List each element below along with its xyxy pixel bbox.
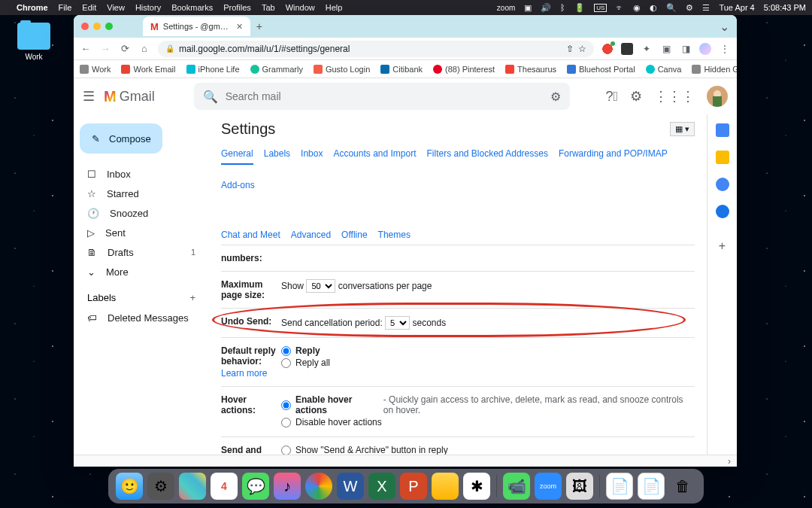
- menu-edit[interactable]: Edit: [82, 3, 96, 12]
- maximize-window[interactable]: [105, 23, 113, 30]
- spotlight-icon[interactable]: 🔍: [666, 3, 677, 13]
- undo-period-select[interactable]: 5: [385, 316, 410, 330]
- nav-inbox[interactable]: ☐Inbox: [74, 164, 209, 184]
- reply-learn-more[interactable]: Learn more: [221, 368, 281, 379]
- dock-zoom[interactable]: zoom: [535, 473, 562, 500]
- dock-facetime[interactable]: 📹: [503, 473, 530, 500]
- dock-slack[interactable]: ✱: [463, 473, 490, 500]
- compose-button[interactable]: ✎ Compose: [80, 123, 162, 154]
- tab-general[interactable]: General: [221, 144, 253, 165]
- tab-chat[interactable]: Chat and Meet: [221, 225, 280, 245]
- new-tab-button[interactable]: +: [256, 20, 262, 32]
- date[interactable]: Tue Apr 4: [719, 3, 754, 12]
- volume-icon[interactable]: 🔊: [541, 3, 551, 13]
- extension-icon-2[interactable]: [621, 43, 633, 55]
- app-name[interactable]: Chrome: [17, 3, 48, 12]
- cast-icon[interactable]: ▣: [660, 43, 672, 55]
- account-avatar[interactable]: [707, 86, 728, 107]
- siri-icon[interactable]: ◐: [650, 3, 657, 13]
- contacts-icon[interactable]: [716, 205, 729, 218]
- tab-offline[interactable]: Offline: [341, 225, 367, 245]
- bookmark-gusto[interactable]: Gusto Login: [314, 65, 370, 74]
- hamburger-icon[interactable]: ☰: [83, 88, 95, 105]
- nav-more[interactable]: ⌄More: [74, 262, 209, 281]
- time[interactable]: 5:08:43 PM: [764, 3, 806, 12]
- dock-excel[interactable]: X: [368, 473, 395, 500]
- dock-launchpad[interactable]: [179, 473, 206, 500]
- desktop-folder-work[interactable]: Work: [11, 23, 56, 61]
- profile-avatar[interactable]: [699, 43, 711, 55]
- dock-calendar[interactable]: 4: [211, 473, 238, 500]
- keep-icon[interactable]: [716, 151, 729, 164]
- browser-tab[interactable]: M Settings - @gm… ✕: [143, 17, 250, 36]
- search-options-icon[interactable]: ⚙: [550, 90, 561, 104]
- tab-filters[interactable]: Filters and Blocked Addresses: [427, 144, 548, 165]
- dock-file1[interactable]: 📄: [606, 473, 633, 500]
- replyall-radio[interactable]: [281, 358, 291, 368]
- input-icon[interactable]: US: [594, 4, 607, 12]
- add-label-icon[interactable]: +: [189, 292, 195, 303]
- forward-button[interactable]: →: [99, 43, 111, 54]
- battery-icon[interactable]: 🔋: [574, 3, 585, 13]
- add-panel-icon[interactable]: +: [719, 239, 726, 253]
- chrome-menu-icon[interactable]: ⋮: [719, 43, 731, 55]
- tab-advanced[interactable]: Advanced: [291, 225, 331, 245]
- nav-drafts[interactable]: 🗎Drafts1: [74, 242, 209, 262]
- nav-snoozed[interactable]: 🕐Snoozed: [74, 203, 209, 223]
- label-deleted[interactable]: 🏷Deleted Messages: [74, 308, 209, 327]
- dock-powerpoint[interactable]: P: [400, 473, 427, 500]
- bookmark-iphone-life[interactable]: iPhone Life: [186, 65, 240, 74]
- settings-gear-icon[interactable]: ⚙: [630, 88, 642, 105]
- tab-inbox[interactable]: Inbox: [301, 144, 323, 165]
- menu-file[interactable]: File: [59, 3, 72, 12]
- dock-settings[interactable]: ⚙: [147, 473, 174, 500]
- hover-enable-radio[interactable]: [281, 400, 291, 410]
- minimize-window[interactable]: [93, 23, 101, 30]
- control-center-icon[interactable]: ⚙: [686, 3, 693, 13]
- tabs-dropdown-icon[interactable]: ⌄: [720, 20, 729, 34]
- search-input[interactable]: [226, 90, 543, 102]
- wifi-icon[interactable]: ᯤ: [616, 3, 624, 12]
- bookmark-work[interactable]: Work: [80, 65, 111, 74]
- menu-help[interactable]: Help: [326, 3, 343, 12]
- sidepanel-icon[interactable]: ◨: [680, 43, 692, 55]
- hover-disable-radio[interactable]: [281, 418, 291, 427]
- extension-icon[interactable]: [601, 43, 614, 55]
- dock-notes[interactable]: [432, 473, 459, 500]
- reply-radio[interactable]: [281, 346, 291, 356]
- zoom-indicator[interactable]: zoom: [497, 4, 515, 12]
- user-icon[interactable]: ◉: [633, 3, 641, 13]
- archive-show-radio[interactable]: [281, 446, 291, 455]
- notifications-icon[interactable]: ☰: [702, 3, 710, 13]
- scroll-indicator[interactable]: ›: [74, 455, 737, 467]
- menu-profiles[interactable]: Profiles: [223, 3, 251, 12]
- menu-history[interactable]: History: [135, 3, 161, 12]
- tab-forwarding[interactable]: Forwarding and POP/IMAP: [559, 144, 668, 165]
- menu-view[interactable]: View: [107, 3, 125, 12]
- dock-chrome[interactable]: [305, 473, 332, 500]
- maxpage-select[interactable]: 50: [306, 279, 335, 293]
- dock-trash[interactable]: 🗑: [669, 473, 696, 500]
- menu-bookmarks[interactable]: Bookmarks: [171, 3, 213, 12]
- tasks-icon[interactable]: [716, 178, 729, 191]
- close-tab-icon[interactable]: ✕: [236, 22, 243, 32]
- bookmark-pinterest[interactable]: (88) Pinterest: [433, 65, 495, 74]
- menu-window[interactable]: Window: [286, 3, 315, 12]
- bookmark-hidden-gems[interactable]: Hidden Gems: [692, 65, 737, 74]
- close-window[interactable]: [81, 23, 89, 30]
- dock-messages[interactable]: 💬: [242, 473, 269, 500]
- extensions-puzzle-icon[interactable]: ✦: [641, 43, 653, 55]
- back-button[interactable]: ←: [80, 43, 92, 54]
- language-selector[interactable]: ▦ ▾: [670, 122, 695, 136]
- nav-sent[interactable]: ▷Sent: [74, 223, 209, 242]
- dock-word[interactable]: W: [337, 473, 364, 500]
- dock-file2[interactable]: 📄: [638, 473, 665, 500]
- nav-starred[interactable]: ☆Starred: [74, 184, 209, 203]
- bookmark-canva[interactable]: Canva: [646, 65, 682, 74]
- tab-labels[interactable]: Labels: [264, 144, 290, 165]
- reload-button[interactable]: ⟳: [119, 43, 131, 54]
- menu-tab[interactable]: Tab: [262, 3, 275, 12]
- bookmark-work-email[interactable]: Work Email: [121, 65, 175, 74]
- support-icon[interactable]: ?⃝: [605, 89, 618, 105]
- dock-finder[interactable]: 🙂: [116, 473, 143, 500]
